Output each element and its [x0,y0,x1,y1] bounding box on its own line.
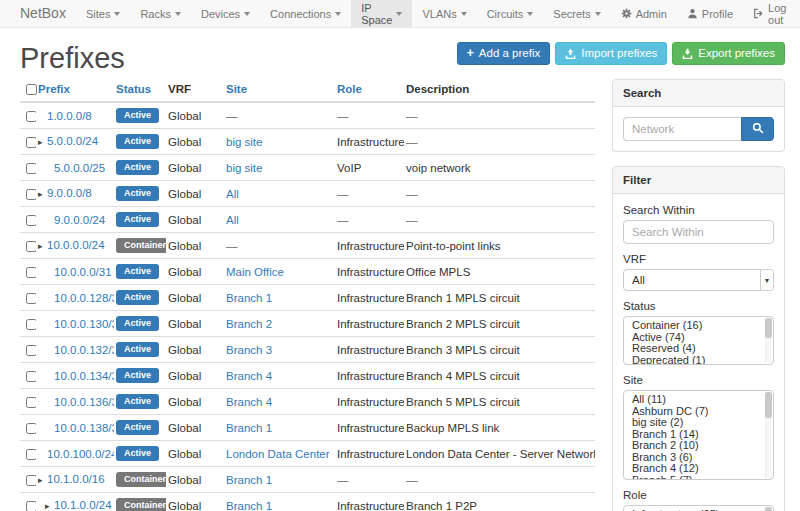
row-checkbox[interactable] [26,293,36,304]
export-prefixes-button[interactable]: Export prefixes [672,42,785,65]
role-filter-listbox[interactable]: Infrastructure (25)Management (8)Private… [623,505,774,511]
status-badge: Active [116,160,159,175]
row-checkbox[interactable] [26,423,36,434]
select-all-checkbox[interactable] [26,84,37,95]
site-option[interactable]: All (11) [624,394,773,406]
prefix-link[interactable]: 10.0.100.0/24 [47,448,114,460]
site-link[interactable]: Branch 4 [226,396,272,408]
row-checkbox[interactable] [26,215,36,226]
row-checkbox[interactable] [26,111,36,122]
role-value: Infrastructure [337,448,404,460]
tree-indent [38,353,45,354]
prefix-link[interactable]: 1.0.0.0/8 [47,110,92,122]
prefix-link[interactable]: 9.0.0.0/24 [54,214,105,226]
row-checkbox[interactable] [26,241,36,252]
role-value: Infrastructure [337,344,404,356]
prefix-link[interactable]: 5.0.0.0/25 [54,162,105,174]
caret-down-icon [396,12,402,16]
column-header-site[interactable]: Site [224,79,335,102]
prefix-link[interactable]: 9.0.0.0/8 [47,187,92,199]
nav-right: AdminProfileLog out [611,0,800,27]
prefix-link[interactable]: 10.0.0.128/31 [54,292,114,304]
row-checkbox[interactable] [26,345,36,356]
nav-item-connections[interactable]: Connections [260,0,351,27]
status-badge: Active [116,394,159,409]
site-link[interactable]: big site [226,136,262,148]
site-option[interactable]: big site (2) [624,417,773,429]
row-checkbox[interactable] [26,397,36,408]
row-checkbox[interactable] [26,475,36,486]
nav-item-vlans[interactable]: VLANs [412,0,476,27]
table-row: ▸10.0.0.0/24ContainerGlobal—Infrastructu… [20,233,595,259]
prefix-link[interactable]: 10.0.0.130/31 [54,318,114,330]
search-input[interactable] [623,117,741,141]
site-link[interactable]: All [226,188,239,200]
status-option[interactable]: Reserved (4) [624,343,773,355]
column-header-role[interactable]: Role [335,79,404,102]
nav-item-ip-space[interactable]: IP Space [351,0,412,27]
site-link[interactable]: Branch 3 [226,344,272,356]
column-header-prefix[interactable]: Prefix [36,79,114,102]
nav-item-admin[interactable]: Admin [611,0,677,27]
nav-item-racks[interactable]: Racks [130,0,191,27]
site-link[interactable]: big site [226,162,262,174]
site-option[interactable]: Branch 2 (10) [624,440,773,452]
status-option[interactable]: Deprecated (1) [624,355,773,366]
row-checkbox[interactable] [26,501,36,511]
nav-item-secrets[interactable]: Secrets [543,0,610,27]
site-link[interactable]: Main Office [226,266,284,278]
tree-indent [38,379,45,380]
table-row: ▸10.1.0.0/16ContainerGlobalBranch 1—— [20,467,595,493]
prefix-link[interactable]: 10.0.0.132/31 [54,344,114,356]
prefix-link[interactable]: 10.1.0.0/24 [54,499,112,511]
site-link[interactable]: Branch 1 [226,292,272,304]
status-option[interactable]: Container (16) [624,320,773,332]
main-content: Prefix Status VRF Site Role Description … [0,77,800,511]
vrf-value: Global [168,396,201,408]
nav-item-sites[interactable]: Sites [76,0,130,27]
nav-item-devices[interactable]: Devices [191,0,260,27]
prefix-link[interactable]: 10.0.0.134/31 [54,370,114,382]
prefix-link[interactable]: 10.0.0.0/31 [54,266,112,278]
site-option[interactable]: Branch 4 (12) [624,463,773,475]
import-prefixes-button[interactable]: Import prefixes [555,42,667,65]
column-header-status[interactable]: Status [114,79,166,102]
row-checkbox[interactable] [26,137,36,148]
nav-item-profile[interactable]: Profile [677,0,743,27]
site-link[interactable]: Branch 1 [226,500,272,511]
site-option[interactable]: Branch 5 (7) [624,475,773,481]
site-filter-listbox[interactable]: All (11)Ashburn DC (7)big site (2)Branch… [623,390,774,480]
scrollbar-thumb[interactable] [765,318,772,338]
site-link[interactable]: Branch 1 [226,474,272,486]
site-link[interactable]: All [226,214,239,226]
search-within-input[interactable] [623,220,774,244]
nav-item-circuits[interactable]: Circuits [477,0,544,27]
search-button[interactable] [741,117,774,141]
description-value: Branch 5 MPLS circuit [406,396,520,408]
scrollbar-thumb[interactable] [765,507,772,511]
row-checkbox[interactable] [26,163,36,174]
status-filter-listbox[interactable]: Container (16)Active (74)Reserved (4)Dep… [623,316,774,365]
site-link[interactable]: London Data Center [226,448,330,460]
row-checkbox[interactable] [26,319,36,330]
prefix-link[interactable]: 10.0.0.136/31 [54,396,114,408]
row-checkbox[interactable] [26,267,36,278]
prefix-link[interactable]: 5.0.0.0/24 [47,135,98,147]
prefix-link[interactable]: 10.1.0.0/16 [47,473,105,485]
scrollbar-thumb[interactable] [765,392,772,418]
role-value: Infrastructure [337,500,404,511]
nav-items: SitesRacksDevicesConnectionsIP SpaceVLAN… [76,0,611,27]
site-link[interactable]: Branch 1 [226,422,272,434]
row-checkbox[interactable] [26,371,36,382]
add-prefix-button[interactable]: + Add a prefix [457,42,550,65]
nav-item-log-out[interactable]: Log out [743,0,796,27]
prefix-link[interactable]: 10.0.0.0/24 [47,239,105,251]
site-empty: — [226,240,238,252]
site-link[interactable]: Branch 2 [226,318,272,330]
row-checkbox[interactable] [26,449,36,460]
brand-netbox[interactable]: NetBox [0,0,76,27]
vrf-select[interactable]: All ▼ [623,269,774,291]
row-checkbox[interactable] [26,189,36,200]
prefix-link[interactable]: 10.0.0.138/31 [54,422,114,434]
site-link[interactable]: Branch 4 [226,370,272,382]
